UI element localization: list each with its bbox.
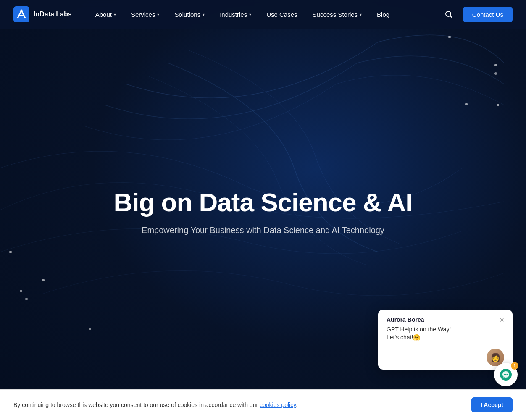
hero-subtitle: Empowering Your Business with Data Scien…: [114, 226, 413, 235]
nav-item-services[interactable]: Services ▾: [124, 8, 166, 21]
search-icon: [444, 10, 453, 18]
chevron-down-icon: ▾: [360, 12, 362, 17]
gpt-icon: [499, 368, 513, 381]
chat-message-line1: GPT Help is on the Way!: [387, 326, 451, 334]
brand-name: InData Labs: [34, 10, 72, 18]
contact-button[interactable]: Contact Us: [463, 7, 513, 22]
nav-item-use-cases[interactable]: Use Cases: [260, 8, 304, 21]
cookie-policy-link[interactable]: cookies policy: [260, 402, 296, 408]
chevron-down-icon: ▾: [157, 12, 159, 17]
svg-point-5: [494, 72, 497, 75]
chevron-down-icon: ▾: [249, 12, 251, 17]
nav-item-industries[interactable]: Industries ▾: [213, 8, 258, 21]
svg-point-14: [504, 374, 505, 375]
svg-point-9: [20, 290, 22, 292]
chat-header: Aurora Borea GPT Help is on the Way! Let…: [378, 310, 513, 349]
svg-point-15: [505, 374, 507, 375]
svg-point-16: [507, 374, 508, 375]
nav-links: About ▾ Services ▾ Solutions ▾ Industrie…: [89, 8, 441, 21]
chevron-down-icon: ▾: [203, 12, 205, 17]
cookie-text: By continuing to browse this website you…: [13, 402, 463, 408]
svg-point-4: [494, 64, 497, 66]
chat-widget: Aurora Borea GPT Help is on the Way! Let…: [378, 310, 513, 370]
svg-point-10: [25, 298, 28, 300]
nav-item-success-stories[interactable]: Success Stories ▾: [306, 8, 369, 21]
svg-point-11: [42, 279, 45, 281]
search-button[interactable]: [441, 7, 456, 22]
chevron-down-icon: ▾: [114, 12, 116, 17]
gpt-notification-badge: 1: [511, 362, 518, 370]
hero-title: Big on Data Science & AI: [114, 188, 413, 217]
chat-message-line2: Let's chat!🤗: [387, 333, 451, 342]
cookie-accept-button[interactable]: I Accept: [471, 397, 513, 412]
svg-point-3: [448, 36, 451, 38]
hero-content: Big on Data Science & AI Empowering Your…: [114, 188, 413, 235]
svg-point-1: [21, 10, 23, 12]
nav-item-blog[interactable]: Blog: [370, 8, 396, 21]
svg-point-6: [465, 103, 468, 105]
navbar: InData Labs About ▾ Services ▾ Solutions…: [0, 0, 526, 29]
nav-actions: Contact Us: [441, 7, 513, 22]
chat-content: Aurora Borea GPT Help is on the Way! Let…: [387, 316, 451, 342]
cookie-banner: By continuing to browse this website you…: [0, 389, 526, 420]
logo-link[interactable]: InData Labs: [13, 6, 72, 22]
svg-rect-0: [13, 6, 29, 22]
nav-item-solutions[interactable]: Solutions ▾: [168, 8, 211, 21]
chat-close-button[interactable]: ×: [500, 316, 504, 324]
logo-icon: [13, 6, 29, 22]
svg-point-7: [497, 104, 499, 106]
chat-agent-name: Aurora Borea: [387, 316, 451, 323]
nav-item-about[interactable]: About ▾: [89, 8, 123, 21]
svg-point-2: [446, 11, 451, 16]
hero-section: Big on Data Science & AI Empowering Your…: [0, 0, 526, 420]
chat-avatar-row: 👩: [378, 349, 513, 370]
svg-point-8: [9, 251, 12, 253]
svg-point-12: [89, 328, 91, 330]
gpt-fab-button[interactable]: 1: [494, 363, 518, 386]
